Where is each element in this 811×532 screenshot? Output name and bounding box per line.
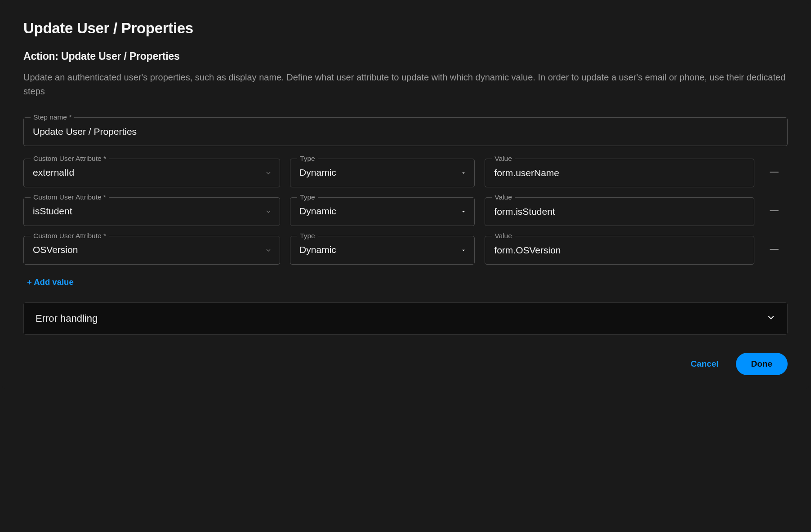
minus-icon: [770, 172, 779, 173]
attribute-label: Custom User Attribute *: [31, 193, 109, 201]
dialog-title: Update User / Properties: [23, 20, 788, 37]
type-field: Type Dynamic: [290, 197, 475, 226]
type-field: Type Dynamic: [290, 159, 475, 187]
type-label: Type: [297, 193, 318, 201]
type-select[interactable]: Dynamic: [290, 159, 475, 187]
value-input[interactable]: [485, 197, 754, 226]
action-description: Update an authenticated user's propertie…: [23, 71, 788, 98]
error-handling-label: Error handling: [36, 313, 98, 324]
step-name-label: Step name *: [31, 113, 74, 121]
step-name-input[interactable]: [23, 117, 788, 146]
remove-row-button[interactable]: [764, 201, 784, 221]
remove-row-button[interactable]: [764, 239, 784, 259]
value-field: Value: [485, 159, 754, 187]
type-label: Type: [297, 232, 318, 240]
type-select[interactable]: Dynamic: [290, 197, 475, 226]
attribute-field: Custom User Attribute * OSVersion: [23, 236, 280, 265]
minus-icon: [770, 210, 779, 212]
value-label: Value: [492, 193, 515, 201]
chevron-down-icon: [766, 313, 775, 324]
value-field: Value: [485, 236, 754, 265]
attributes-rows: Custom User Attribute * externalId Type …: [23, 159, 788, 265]
update-user-properties-dialog: Update User / Properties Action: Update …: [2, 2, 809, 389]
step-name-field: Step name *: [23, 117, 788, 146]
attribute-field: Custom User Attribute * externalId: [23, 159, 280, 187]
type-select[interactable]: Dynamic: [290, 236, 475, 265]
done-button[interactable]: Done: [736, 353, 788, 375]
dialog-footer: Cancel Done: [686, 353, 788, 375]
value-label: Value: [492, 155, 515, 163]
value-field: Value: [485, 197, 754, 226]
attribute-label: Custom User Attribute *: [31, 232, 109, 240]
error-handling-accordion[interactable]: Error handling: [23, 302, 788, 335]
minus-icon: [770, 249, 779, 250]
attribute-select[interactable]: externalId: [23, 159, 280, 187]
add-value-button[interactable]: + Add value: [23, 275, 77, 290]
attribute-field: Custom User Attribute * isStudent: [23, 197, 280, 226]
value-input[interactable]: [485, 159, 754, 187]
attribute-label: Custom User Attribute *: [31, 155, 109, 163]
attribute-row: Custom User Attribute * isStudent Type D…: [23, 197, 788, 226]
remove-row-button[interactable]: [764, 162, 784, 182]
cancel-button[interactable]: Cancel: [686, 354, 723, 374]
attribute-row: Custom User Attribute * OSVersion Type D…: [23, 236, 788, 265]
value-input[interactable]: [485, 236, 754, 265]
attribute-select[interactable]: isStudent: [23, 197, 280, 226]
attribute-row: Custom User Attribute * externalId Type …: [23, 159, 788, 187]
action-subtitle: Action: Update User / Properties: [23, 50, 788, 62]
attribute-select[interactable]: OSVersion: [23, 236, 280, 265]
type-label: Type: [297, 155, 318, 163]
value-label: Value: [492, 232, 515, 240]
type-field: Type Dynamic: [290, 236, 475, 265]
